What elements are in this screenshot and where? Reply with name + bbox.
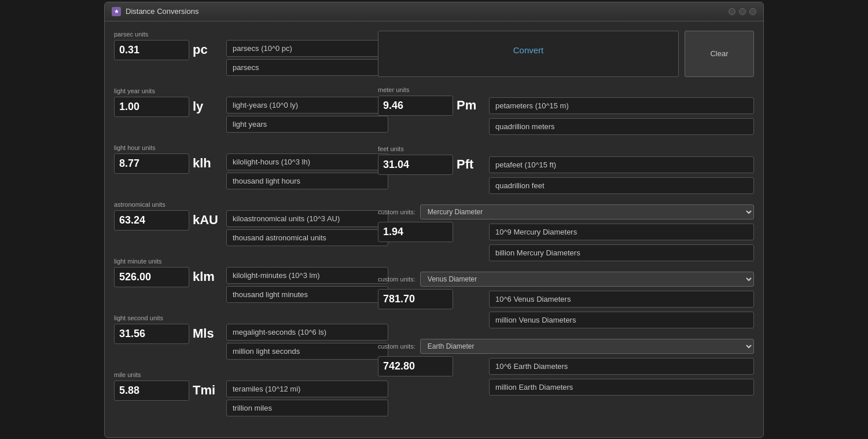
- minimize-button[interactable]: [729, 8, 735, 15]
- mercury-custom-label: custom units:: [378, 208, 415, 215]
- lightsecond-label: light second units: [114, 314, 369, 321]
- lightsecond-row: Mls megalight-seconds (10^6 ls) million …: [114, 324, 369, 360]
- feet-name-1: quadrillion feet: [489, 177, 754, 194]
- meter-label: meter units: [378, 86, 754, 93]
- lightyear-name-1: light years: [226, 116, 388, 133]
- mile-symbol: Tmi: [193, 383, 222, 398]
- mercury-name-0: 10^9 Mercury Diameters: [489, 224, 754, 240]
- earth-section: custom units: Mercury Diameter Venus Dia…: [378, 339, 754, 396]
- parsec-name-0: parsecs (10^0 pc): [226, 40, 388, 57]
- mile-name-0: teramiles (10^12 mi): [226, 381, 388, 397]
- mile-label: mile units: [114, 371, 369, 378]
- app-icon: ★: [112, 7, 121, 16]
- parsec-section: parsec units pc parsecs (10^0 pc) parsec…: [114, 31, 369, 82]
- lightyear-row: ly light-years (10^0 ly) light years: [114, 97, 369, 133]
- content-area: parsec units pc parsecs (10^0 pc) parsec…: [105, 21, 763, 437]
- au-name-0: kiloastronomical units (10^3 AU): [226, 210, 388, 227]
- mercury-result-row: 10^9 Mercury Diameters: [378, 222, 754, 242]
- parsec-symbol: pc: [193, 42, 222, 57]
- meter-section: meter units Pm petameters (10^15 m) quad…: [378, 86, 754, 135]
- venus-value[interactable]: [378, 289, 453, 309]
- lighthour-section: light hour units klh kilolight-hours (10…: [114, 144, 369, 195]
- mile-row: Tmi teramiles (10^12 mi) trillion miles: [114, 381, 369, 416]
- lightyear-name-0: light-years (10^0 ly): [226, 97, 388, 114]
- lightminute-label: light minute units: [114, 258, 369, 265]
- lightyear-input[interactable]: [114, 97, 189, 117]
- parsec-row: pc parsecs (10^0 pc) parsecs: [114, 40, 369, 76]
- venus-name-0: 10^6 Venus Diameters: [489, 291, 754, 308]
- lighthour-symbol: klh: [193, 156, 222, 171]
- lightyear-symbol: ly: [193, 99, 222, 114]
- lightsecond-input[interactable]: [114, 324, 189, 344]
- lightsecond-name-1: million light seconds: [226, 343, 388, 360]
- mercury-label-row: custom units: Mercury Diameter Venus Dia…: [378, 204, 754, 220]
- lightsecond-symbol: Mls: [193, 326, 222, 341]
- mile-name-1: trillion miles: [226, 400, 388, 416]
- lightsecond-section: light second units Mls megalight-seconds…: [114, 314, 369, 365]
- au-symbol: kAU: [193, 213, 222, 228]
- venus-custom-label: custom units:: [378, 276, 415, 283]
- mercury-section: custom units: Mercury Diameter Venus Dia…: [378, 204, 754, 261]
- meter-row: Pm petameters (10^15 m): [378, 96, 754, 116]
- parsec-input[interactable]: [114, 40, 189, 60]
- top-buttons-row: Convert ▲ Clear: [378, 31, 754, 77]
- feet-row: Pft petafeet (10^15 ft): [378, 155, 754, 175]
- main-window: ★ Distance Conversions parsec units pc p…: [104, 2, 764, 438]
- window-title: Distance Conversions: [126, 7, 729, 16]
- meter-value[interactable]: [378, 96, 453, 116]
- mile-input[interactable]: [114, 381, 189, 401]
- venus-select[interactable]: Mercury Diameter Venus Diameter Earth Di…: [420, 272, 754, 287]
- lightminute-section: light minute units klm kilolight-minutes…: [114, 258, 369, 309]
- left-panel: parsec units pc parsecs (10^0 pc) parsec…: [114, 31, 369, 428]
- feet-value[interactable]: [378, 155, 453, 175]
- earth-name-0: 10^6 Earth Diameters: [489, 358, 754, 375]
- lightyear-label: light year units: [114, 87, 369, 94]
- titlebar: ★ Distance Conversions: [105, 2, 763, 21]
- maximize-button[interactable]: [739, 8, 746, 15]
- au-name-1: thousand astronomical units: [226, 229, 388, 246]
- feet-label: feet units: [378, 145, 754, 152]
- earth-select[interactable]: Mercury Diameter Venus Diameter Earth Di…: [420, 339, 754, 354]
- earth-label-row: custom units: Mercury Diameter Venus Dia…: [378, 339, 754, 354]
- meter-name-0: petameters (10^15 m): [489, 97, 754, 114]
- clear-button[interactable]: Clear: [685, 31, 754, 77]
- earth-result-row: 10^6 Earth Diameters: [378, 356, 754, 376]
- lightminute-name-1: thousand light minutes: [226, 286, 388, 303]
- feet-symbol: Pft: [457, 157, 486, 172]
- lightminute-name-0: kilolight-minutes (10^3 lm): [226, 267, 388, 284]
- lighthour-row: klh kilolight-hours (10^3 lh) thousand l…: [114, 153, 369, 189]
- au-input[interactable]: [114, 210, 189, 231]
- window-controls: [729, 8, 756, 15]
- close-button[interactable]: [749, 8, 756, 15]
- venus-label-row: custom units: Mercury Diameter Venus Dia…: [378, 272, 754, 287]
- parsec-name-1: parsecs: [226, 59, 388, 76]
- lighthour-input[interactable]: [114, 153, 189, 174]
- convert-button[interactable]: Convert: [502, 42, 556, 58]
- feet-name-0: petafeet (10^15 ft): [489, 156, 754, 173]
- lighthour-name-0: kilolight-hours (10^3 lh): [226, 153, 388, 170]
- mile-section: mile units Tmi teramiles (10^12 mi) tril…: [114, 371, 369, 422]
- lightminute-symbol: klm: [193, 269, 222, 284]
- meter-name-1: quadrillion meters: [489, 118, 754, 135]
- lightyear-section: light year units ly light-years (10^0 ly…: [114, 87, 369, 138]
- lighthour-name-1: thousand light hours: [226, 173, 388, 189]
- venus-result-row: 10^6 Venus Diameters: [378, 289, 754, 309]
- au-row: kAU kiloastronomical units (10^3 AU) tho…: [114, 210, 369, 246]
- earth-name-1: million Earth Diameters: [489, 379, 754, 396]
- venus-section: custom units: Mercury Diameter Venus Dia…: [378, 272, 754, 328]
- mercury-name-1: billion Mercury Diameters: [489, 244, 754, 261]
- venus-name-1: million Venus Diameters: [489, 312, 754, 328]
- earth-custom-label: custom units:: [378, 343, 415, 350]
- mercury-select[interactable]: Mercury Diameter Venus Diameter Earth Di…: [420, 204, 754, 220]
- mercury-value[interactable]: [378, 222, 453, 242]
- au-section: astronomical units kAU kiloastronomical …: [114, 201, 369, 252]
- right-panel: Convert ▲ Clear meter units Pm petameter…: [378, 31, 754, 428]
- convert-area: Convert ▲: [378, 31, 679, 77]
- lightminute-input[interactable]: [114, 267, 189, 287]
- earth-value[interactable]: [378, 356, 453, 376]
- lightminute-row: klm kilolight-minutes (10^3 lm) thousand…: [114, 267, 369, 303]
- au-label: astronomical units: [114, 201, 369, 208]
- lighthour-label: light hour units: [114, 144, 369, 151]
- meter-symbol: Pm: [457, 98, 486, 113]
- parsec-label: parsec units: [114, 31, 369, 38]
